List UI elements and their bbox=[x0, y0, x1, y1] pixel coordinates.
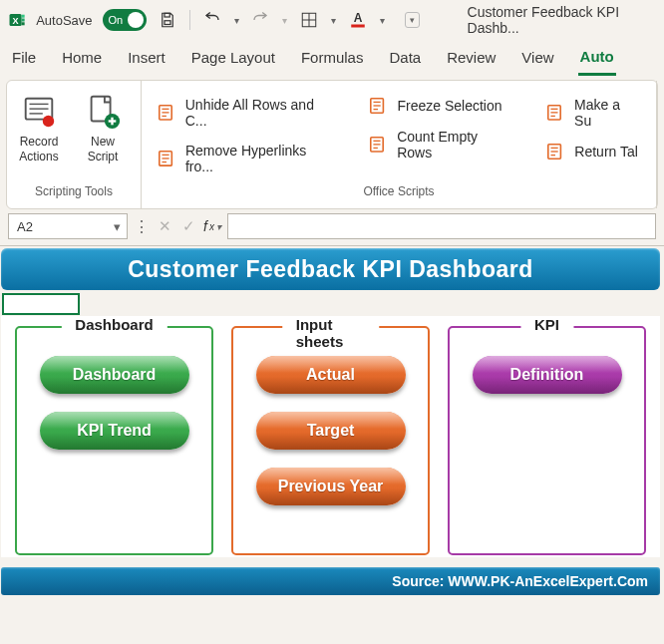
source-text: Source: WWW.PK-AnExcelExpert.Com bbox=[392, 573, 648, 589]
pill-actual[interactable]: Actual bbox=[256, 356, 406, 394]
tab-review[interactable]: Review bbox=[445, 45, 498, 76]
autosave-state: On bbox=[109, 14, 124, 26]
script-remove-hyperlinks[interactable]: Remove Hyperlinks fro... bbox=[158, 143, 337, 174]
name-box-value: A2 bbox=[17, 219, 33, 234]
script-label: Remove Hyperlinks fro... bbox=[185, 143, 338, 174]
redo-icon[interactable] bbox=[249, 7, 273, 33]
office-scripts-label: Office Scripts bbox=[363, 180, 434, 204]
dashboard-banner: Customer Feedback KPI Dashboard bbox=[1, 248, 660, 290]
new-script-icon bbox=[84, 93, 122, 131]
svg-rect-11 bbox=[351, 25, 365, 28]
script-label: Unhide All Rows and C... bbox=[185, 97, 338, 129]
save-icon[interactable] bbox=[157, 7, 180, 33]
group-office-scripts: Unhide All Rows and C... Remove Hyperlin… bbox=[142, 81, 657, 208]
script-icon bbox=[369, 97, 387, 115]
fx-label[interactable]: fx ▾ bbox=[203, 218, 221, 234]
pill-dashboard[interactable]: Dashboard bbox=[40, 356, 189, 394]
svg-point-16 bbox=[43, 116, 54, 127]
pill-label: Definition bbox=[510, 366, 584, 384]
ribbon-tabs: File Home Insert Page Layout Formulas Da… bbox=[0, 40, 664, 76]
tab-file[interactable]: File bbox=[10, 45, 38, 76]
pill-kpi-trend[interactable]: KPI Trend bbox=[40, 412, 189, 450]
script-icon bbox=[546, 104, 564, 122]
active-cell[interactable] bbox=[2, 293, 80, 315]
undo-icon[interactable] bbox=[200, 7, 224, 33]
svg-text:A: A bbox=[353, 11, 362, 25]
script-icon bbox=[158, 150, 175, 167]
formula-input[interactable] bbox=[227, 213, 656, 239]
pill-previous-year[interactable]: Previous Year bbox=[256, 468, 406, 505]
dashboard-canvas: Dashboard Dashboard KPI Trend Input shee… bbox=[1, 316, 660, 557]
script-label: Return Tal bbox=[574, 144, 638, 160]
group-scripting-tools: RecordActions NewScript Scripting Tools bbox=[7, 81, 142, 208]
tab-view[interactable]: View bbox=[519, 45, 555, 76]
group-title: Input sheets bbox=[282, 316, 380, 350]
toggle-knob bbox=[128, 12, 144, 28]
new-script-button[interactable]: NewScript bbox=[71, 89, 135, 180]
script-label: Count Empty Rows bbox=[397, 129, 514, 161]
formula-bar: A2 ▾ ⋮ ✕ ✓ fx ▾ bbox=[0, 209, 664, 246]
name-box[interactable]: A2 ▾ bbox=[8, 213, 128, 239]
font-color-icon[interactable]: A bbox=[346, 7, 370, 33]
autosave-label: AutoSave bbox=[36, 13, 92, 28]
svg-rect-4 bbox=[22, 22, 25, 25]
tab-data[interactable]: Data bbox=[387, 45, 423, 76]
borders-dropdown-icon[interactable]: ▾ bbox=[331, 15, 336, 26]
record-actions-label: RecordActions bbox=[19, 135, 58, 164]
tab-formulas[interactable]: Formulas bbox=[299, 45, 366, 76]
script-icon bbox=[369, 136, 387, 154]
pill-label: Actual bbox=[306, 366, 355, 384]
autosave-toggle[interactable]: On bbox=[103, 9, 147, 31]
tab-automate[interactable]: Auto bbox=[578, 44, 616, 76]
undo-dropdown-icon[interactable]: ▾ bbox=[234, 15, 239, 26]
tab-page-layout[interactable]: Page Layout bbox=[189, 45, 277, 76]
svg-rect-5 bbox=[165, 13, 169, 17]
script-label: Freeze Selection bbox=[397, 98, 501, 114]
pill-target[interactable]: Target bbox=[256, 412, 406, 450]
ribbon: RecordActions NewScript Scripting Tools … bbox=[6, 80, 658, 209]
cancel-icon[interactable]: ✕ bbox=[156, 217, 173, 235]
svg-rect-3 bbox=[22, 18, 25, 21]
excel-icon: X bbox=[8, 10, 26, 30]
tab-home[interactable]: Home bbox=[60, 45, 104, 76]
document-title: Customer Feedback KPI Dashb... bbox=[468, 4, 656, 36]
record-actions-button[interactable]: RecordActions bbox=[7, 89, 71, 180]
pill-definition[interactable]: Definition bbox=[473, 356, 622, 394]
new-script-label: NewScript bbox=[88, 135, 119, 164]
script-icon bbox=[546, 143, 564, 161]
pill-label: Previous Year bbox=[278, 478, 384, 495]
script-freeze-selection[interactable]: Freeze Selection bbox=[369, 97, 514, 115]
name-box-dropdown-icon[interactable]: ▾ bbox=[114, 219, 121, 234]
group-dashboard: Dashboard Dashboard KPI Trend bbox=[15, 326, 213, 555]
group-title: KPI bbox=[520, 316, 573, 333]
scripting-tools-label: Scripting Tools bbox=[35, 180, 113, 204]
svg-text:X: X bbox=[13, 16, 19, 26]
pill-label: Target bbox=[307, 422, 355, 440]
vdots-handle[interactable]: ⋮ bbox=[134, 217, 150, 236]
borders-icon[interactable] bbox=[297, 7, 321, 33]
pill-label: KPI Trend bbox=[77, 422, 152, 440]
record-icon bbox=[20, 93, 58, 131]
enter-icon[interactable]: ✓ bbox=[179, 217, 197, 235]
qat-overflow-icon[interactable]: ▾ bbox=[405, 12, 420, 28]
script-unhide[interactable]: Unhide All Rows and C... bbox=[158, 97, 337, 129]
title-bar: X AutoSave On ▾ ▾ ▾ A ▾ ▾ Customer Feedb… bbox=[0, 0, 664, 40]
tab-insert[interactable]: Insert bbox=[126, 45, 167, 76]
separator bbox=[189, 10, 190, 30]
script-label: Make a Su bbox=[574, 97, 640, 129]
script-return-tal[interactable]: Return Tal bbox=[546, 143, 640, 161]
pill-label: Dashboard bbox=[73, 366, 157, 384]
group-kpi: KPI Definition bbox=[448, 326, 646, 555]
script-make-su[interactable]: Make a Su bbox=[546, 97, 640, 129]
font-color-dropdown-icon[interactable]: ▾ bbox=[380, 15, 385, 26]
svg-rect-2 bbox=[22, 15, 25, 18]
script-count-empty-rows[interactable]: Count Empty Rows bbox=[369, 129, 514, 161]
svg-rect-6 bbox=[165, 21, 170, 25]
group-input-sheets: Input sheets Actual Target Previous Year bbox=[231, 326, 430, 555]
redo-dropdown-icon[interactable]: ▾ bbox=[282, 15, 287, 26]
worksheet: Customer Feedback KPI Dashboard Dashboar… bbox=[0, 248, 664, 595]
script-icon bbox=[158, 104, 175, 122]
group-title: Dashboard bbox=[61, 316, 166, 333]
source-footer: Source: WWW.PK-AnExcelExpert.Com bbox=[1, 567, 660, 595]
